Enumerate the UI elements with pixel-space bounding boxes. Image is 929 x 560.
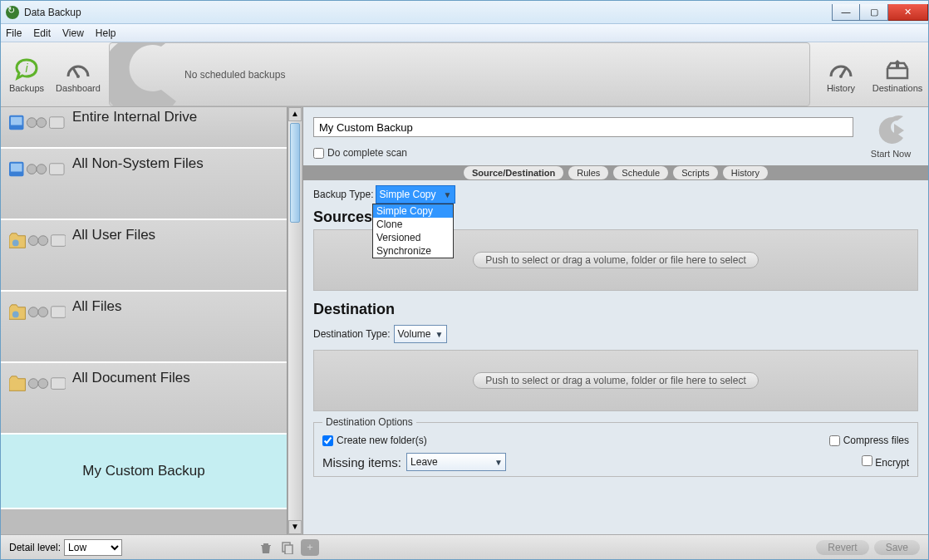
scroll-thumb[interactable] <box>290 123 300 223</box>
app-window: Data Backup — ▢ ✕ File Edit View Help i … <box>0 0 929 560</box>
start-now-button[interactable]: Start Now <box>862 114 920 159</box>
revert-button[interactable]: Revert <box>816 540 868 555</box>
create-new-folders-label: Create new folder(s) <box>337 435 427 446</box>
maximize-button[interactable]: ▢ <box>860 4 888 21</box>
sidebar-item-entire-internal-drive[interactable]: Entire Internal Drive <box>1 107 287 149</box>
dashboard-button[interactable]: Dashboard <box>52 42 104 106</box>
sidebar-item-my-custom-backup[interactable]: My Custom Backup <box>1 435 287 509</box>
dropdown-option-clone[interactable]: Clone <box>373 218 453 231</box>
missing-items-label: Missing items: <box>322 455 401 469</box>
destination-heading: Destination <box>313 301 918 318</box>
sidebar-item-all-non-system-files[interactable]: All Non-System Files <box>1 149 287 220</box>
destinations-label: Destinations <box>872 83 923 93</box>
history-button[interactable]: History <box>815 42 867 106</box>
svg-point-15 <box>12 240 19 247</box>
svg-point-2 <box>76 75 80 78</box>
app-icon <box>6 6 19 19</box>
complete-scan-checkbox[interactable] <box>313 148 324 159</box>
sources-select-button[interactable]: Push to select or drag a volume, folder … <box>473 252 759 268</box>
destination-type-select[interactable]: Volume ▼ <box>394 325 447 343</box>
menu-help[interactable]: Help <box>96 27 116 39</box>
detail-level-label: Detail level: <box>9 542 61 553</box>
svg-rect-27 <box>285 545 292 554</box>
encrypt-checkbox[interactable] <box>862 455 872 466</box>
tab-history[interactable]: History <box>723 166 768 179</box>
add-button[interactable]: ＋ <box>301 539 319 556</box>
svg-point-17 <box>38 236 48 246</box>
minimize-button[interactable]: — <box>832 4 860 21</box>
backups-button[interactable]: i Backups <box>1 42 52 106</box>
sidebar-item-label: All Files <box>72 298 122 315</box>
sidebar-item-all-files[interactable]: All Files <box>1 292 287 363</box>
create-new-folders-option[interactable]: Create new folder(s) <box>322 435 427 446</box>
backup-type-select[interactable]: Simple Copy ▼ <box>376 185 455 204</box>
delete-button[interactable] <box>258 539 274 556</box>
svg-rect-22 <box>52 307 66 318</box>
compress-files-checkbox[interactable] <box>829 435 840 446</box>
menu-view[interactable]: View <box>62 27 84 39</box>
tab-schedule[interactable]: Schedule <box>613 166 668 179</box>
dropdown-option-synchronize[interactable]: Synchronize <box>373 244 453 258</box>
destination-type-row: Destination Type: Volume ▼ <box>313 325 918 343</box>
svg-point-19 <box>12 312 19 318</box>
folder-chain-icon <box>9 370 66 398</box>
duplicate-button[interactable] <box>279 539 296 556</box>
status-text: No scheduled backups <box>184 69 285 81</box>
missing-items-selected: Leave <box>410 456 438 468</box>
backup-name-row <box>303 107 928 140</box>
compress-files-option[interactable]: Compress files <box>829 435 909 446</box>
svg-rect-25 <box>52 378 66 390</box>
svg-text:i: i <box>25 61 28 75</box>
dropdown-option-versioned[interactable]: Versioned <box>373 231 453 244</box>
destination-select-button[interactable]: Push to select or drag a volume, folder … <box>473 372 759 389</box>
sidebar-item-all-user-files[interactable]: All User Files <box>1 220 287 292</box>
tab-scripts[interactable]: Scripts <box>673 166 718 179</box>
backup-type-selected: Simple Copy <box>380 189 436 200</box>
window-buttons: — ▢ ✕ <box>832 4 928 21</box>
close-button[interactable]: ✕ <box>888 4 928 21</box>
menu-edit[interactable]: Edit <box>33 27 51 39</box>
svg-rect-6 <box>11 117 22 125</box>
destination-options-legend: Destination Options <box>322 416 416 428</box>
scroll-down-button[interactable]: ▼ <box>288 520 302 534</box>
svg-point-16 <box>28 236 38 246</box>
destination-options-group: Destination Options Create new folder(s)… <box>313 416 918 477</box>
detail-level-select[interactable]: Low <box>64 539 122 556</box>
missing-items-select[interactable]: Leave ▼ <box>406 453 506 471</box>
backup-list-sidebar: Entire Internal Drive All Non-System Fil… <box>1 107 288 534</box>
chevron-down-icon: ▼ <box>492 458 505 467</box>
svg-rect-11 <box>11 164 22 172</box>
svg-point-21 <box>38 307 48 317</box>
destination-drop-zone[interactable]: Push to select or drag a volume, folder … <box>313 350 918 411</box>
svg-point-7 <box>27 118 37 128</box>
chevron-down-icon: ▼ <box>441 190 455 199</box>
svg-point-4 <box>839 75 843 78</box>
dashboard-label: Dashboard <box>56 83 101 93</box>
tab-source-destination[interactable]: Source/Destination <box>464 166 563 179</box>
status-panel: No scheduled backups <box>109 42 810 106</box>
save-button[interactable]: Save <box>874 540 920 555</box>
gauge-icon <box>65 56 91 83</box>
scroll-up-button[interactable]: ▲ <box>288 107 302 121</box>
drive-chain-icon <box>9 109 66 137</box>
toolbar: i Backups Dashboard No scheduled backups… <box>1 42 928 107</box>
destinations-button[interactable]: Destinations <box>867 42 928 106</box>
scroll-track[interactable] <box>288 224 302 520</box>
folder-chain-icon <box>9 227 66 255</box>
backup-type-row: Backup Type: Simple Copy ▼ Simple Copy C… <box>313 185 918 204</box>
sidebar-item-all-document-files[interactable]: All Document Files <box>1 363 287 435</box>
drive-chain-icon <box>9 155 66 184</box>
dropdown-option-simple-copy[interactable]: Simple Copy <box>373 204 453 218</box>
menu-file[interactable]: File <box>6 27 22 39</box>
history-label: History <box>827 83 855 93</box>
sidebar-item-label: All Document Files <box>72 370 190 386</box>
sidebar-scrollbar[interactable]: ▲ ▼ <box>288 107 302 534</box>
svg-point-23 <box>28 379 38 389</box>
toolbar-right: History Destinations <box>815 42 928 106</box>
create-new-folders-checkbox[interactable] <box>322 435 333 446</box>
tab-rules[interactable]: Rules <box>568 166 608 179</box>
bottom-bar: Detail level: Low ＋ Revert Save <box>1 534 928 559</box>
backup-name-input[interactable] <box>313 117 853 137</box>
main-area: Entire Internal Drive All Non-System Fil… <box>1 107 928 534</box>
encrypt-option[interactable]: Encrypt <box>862 455 909 469</box>
